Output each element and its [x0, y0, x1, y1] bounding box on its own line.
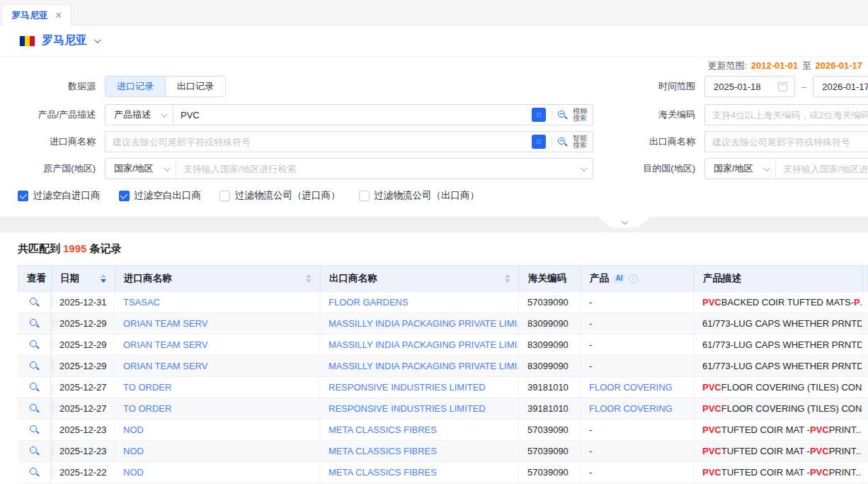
fuzzy-search-button[interactable]: 模糊 搜索	[573, 108, 587, 122]
checkbox-unchecked-icon[interactable]	[219, 191, 230, 201]
col-importer[interactable]: 进口商名称	[115, 266, 321, 291]
destination-type-select[interactable]: 国家/地区	[705, 159, 776, 179]
hs-code-input[interactable]	[705, 110, 868, 120]
importer-link[interactable]: NOD	[123, 424, 144, 435]
exporter-link[interactable]: FLOOR GARDENS	[329, 297, 409, 308]
row-stub	[862, 398, 868, 419]
smart-search-icon[interactable]	[558, 137, 567, 147]
divider	[552, 110, 552, 120]
tab-romania[interactable]: 罗马尼亚	[1, 4, 72, 26]
importer-cell: NOD	[115, 441, 320, 461]
exporter-cell: META CLASSICS FIBRES	[320, 462, 519, 483]
desc-segment: PVC	[810, 467, 829, 478]
view-record-icon[interactable]	[30, 340, 39, 349]
exporter-link[interactable]: MASSILLY INDIA PACKAGING PRIVATE LIMI...	[329, 318, 519, 329]
sort-icon-date[interactable]	[95, 274, 106, 283]
filter-logistics-importer[interactable]: 过滤物流公司（进口商）	[219, 189, 341, 202]
importer-link[interactable]: NOD	[123, 446, 144, 456]
importer-cell: NOD	[115, 420, 320, 440]
desc-segment: PVC	[702, 403, 721, 414]
country-name[interactable]: 罗马尼亚	[42, 33, 87, 48]
exporter-link[interactable]: MASSILLY INDIA PACKAGING PRIVATE LIMI...	[329, 361, 519, 371]
importer-link[interactable]: TSASAC	[123, 297, 160, 308]
hs-code-cell: 39181010	[519, 377, 581, 398]
info-icon[interactable]	[629, 274, 638, 283]
importer-cell: ORIAN TEAM SERV	[115, 313, 320, 334]
exporter-link[interactable]: MASSILLY INDIA PACKAGING PRIVATE LIMI...	[329, 339, 519, 350]
hs-code-cell: 57039090	[519, 420, 581, 440]
update-range: 更新范围: 2012-01-01 至 2026-01-17	[14, 60, 864, 72]
exporter-link[interactable]: META CLASSICS FIBRES	[329, 424, 437, 435]
translate-icon[interactable]	[532, 108, 546, 122]
sort-icon-importer[interactable]	[300, 274, 312, 283]
table-header: 查看 日期 进口商名称 出口商名称 海关编码 产品	[18, 265, 868, 292]
exporter-cell: RESPONSIVE INDUSTRIES LIMITED	[320, 377, 519, 398]
view-record-icon[interactable]	[30, 298, 39, 307]
importer-link[interactable]: NOD	[123, 467, 144, 478]
time-range-separator: –	[801, 81, 806, 92]
close-icon[interactable]	[55, 10, 62, 21]
view-record-icon[interactable]	[30, 383, 39, 392]
time-range-start-input[interactable]: 2025-01-18	[704, 76, 795, 97]
exporter-link[interactable]: RESPONSIVE INDUSTRIES LIMITED	[329, 382, 486, 393]
product-link[interactable]: FLOOR COVERING	[589, 403, 673, 414]
view-record-icon[interactable]	[30, 361, 39, 371]
product-link[interactable]: FLOOR COVERING	[589, 382, 673, 393]
origin-country-input[interactable]	[176, 164, 581, 174]
chevron-down-icon[interactable]	[94, 36, 101, 43]
product-field-select[interactable]: 产品描述	[105, 105, 173, 125]
desc-segment: TUFTED COIR MAT -	[721, 467, 810, 478]
filter-panel: 更新范围: 2012-01-01 至 2026-01-17 数据源 进口记录 出…	[0, 57, 868, 217]
destination-country-input[interactable]	[776, 164, 868, 174]
importer-link[interactable]: TO ORDER	[123, 382, 171, 393]
translate-icon[interactable]	[532, 135, 546, 149]
date-cell: 2025-12-22	[51, 462, 115, 483]
col-exporter[interactable]: 出口商名称	[321, 266, 520, 291]
fuzzy-search-icon[interactable]	[558, 111, 567, 120]
time-range-end-input[interactable]: 2026-01-17	[813, 76, 868, 97]
checkbox-unchecked-icon[interactable]	[359, 191, 370, 201]
importer-link[interactable]: ORIAN TEAM SERV	[123, 318, 207, 329]
update-range-label: 更新范围:	[708, 60, 748, 71]
chevron-down-icon[interactable]	[581, 164, 588, 171]
checkbox-checked-icon[interactable]	[119, 191, 130, 201]
exporter-link[interactable]: META CLASSICS FIBRES	[329, 467, 437, 478]
checkbox-checked-icon[interactable]	[18, 191, 28, 201]
desc-segment: TUFTED COIR MAT -	[721, 446, 810, 456]
view-cell	[18, 356, 51, 376]
product-cell: -	[581, 356, 694, 376]
export-records-button[interactable]: 出口记录	[165, 77, 225, 96]
view-record-icon[interactable]	[30, 446, 39, 456]
desc-segment: BACKED COIR TUFTED MATS-	[721, 297, 854, 308]
exporter-link[interactable]: META CLASSICS FIBRES	[329, 446, 437, 456]
table-row: 2025-12-23NODMETA CLASSICS FIBRES5703909…	[18, 441, 868, 462]
chevron-down-icon	[164, 164, 171, 171]
filter-blank-importer[interactable]: 过滤空白进口商	[18, 189, 101, 202]
filter-blank-exporter[interactable]: 过滤空白出口商	[119, 189, 202, 202]
date-cell: 2025-12-27	[51, 377, 115, 398]
smart-search-button[interactable]: 智能 搜索	[573, 135, 587, 149]
update-range-to: 至	[802, 60, 811, 71]
product-search-input[interactable]	[173, 110, 532, 120]
importer-link[interactable]: TO ORDER	[123, 403, 171, 414]
importer-cell: NOD	[115, 462, 320, 483]
exporter-cell: META CLASSICS FIBRES	[320, 420, 519, 440]
description-cell: 61/773-LUG CAPS WHETHER PRNTD...	[694, 356, 862, 376]
exporter-name-input[interactable]	[705, 137, 868, 147]
import-records-button[interactable]: 进口记录	[105, 77, 165, 96]
importer-link[interactable]: ORIAN TEAM SERV	[123, 339, 207, 350]
view-record-icon[interactable]	[30, 319, 39, 328]
exporter-link[interactable]: RESPONSIVE INDUSTRIES LIMITED	[329, 403, 486, 414]
filter-logistics-exporter[interactable]: 过滤物流公司（出口商）	[359, 189, 480, 202]
view-record-icon[interactable]	[30, 404, 39, 413]
origin-type-select[interactable]: 国家/地区	[105, 159, 176, 179]
importer-name-input[interactable]	[105, 137, 532, 147]
view-record-icon[interactable]	[30, 425, 39, 434]
view-cell	[18, 292, 51, 313]
importer-link[interactable]: ORIAN TEAM SERV	[123, 361, 207, 371]
destination-country-label: 目的国(地区)	[593, 162, 695, 175]
view-record-icon[interactable]	[30, 468, 39, 477]
chevron-down-icon	[161, 111, 168, 118]
col-date[interactable]: 日期	[52, 266, 115, 291]
sort-icon-exporter[interactable]	[499, 274, 510, 283]
